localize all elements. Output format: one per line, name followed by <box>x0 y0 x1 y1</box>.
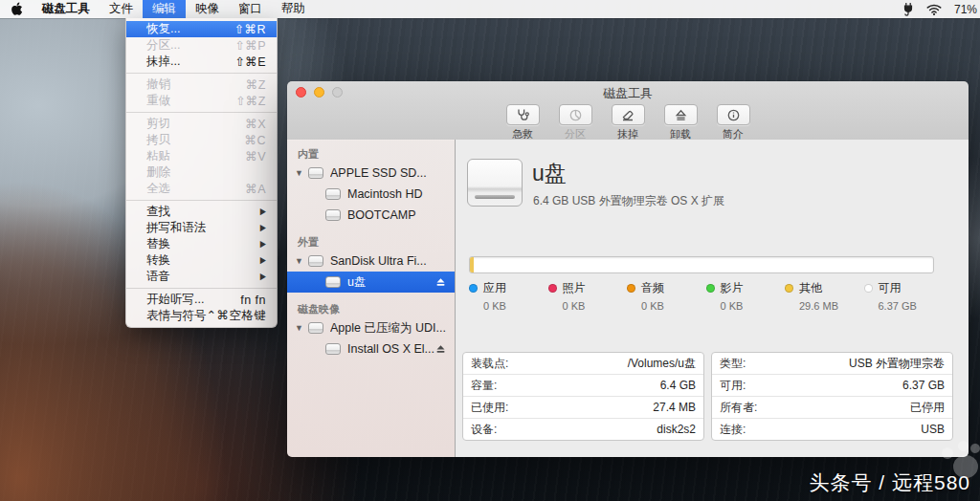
menu-bar-status-area: 71% <box>902 2 980 16</box>
first-aid-button[interactable]: 急救 <box>504 104 541 142</box>
capacity-bar <box>469 256 934 273</box>
sidebar-section-disk-images: 磁盘映像 <box>287 300 455 317</box>
watermark-text: 头条号 / 远程580 <box>809 469 970 496</box>
menu-item-select-all: 全选 ⌘A <box>126 181 277 197</box>
volume-subtitle: 6.4 GB USB 外置物理宗卷 OS X 扩展 <box>533 193 724 209</box>
menu-edit[interactable]: 编辑 <box>143 0 186 18</box>
info-row-capacity: 容量: 6.4 GB <box>463 375 703 397</box>
submenu-arrow-icon: ▶ <box>260 239 266 249</box>
legend-dot <box>785 284 793 293</box>
window-content: 内置 ▼ APPLE SSD SD... Macintosh HD BOOTCA… <box>287 140 969 457</box>
submenu-arrow-icon: ▶ <box>260 207 266 216</box>
legend-free: 可用 6.37 GB <box>864 280 944 312</box>
sidebar-item-install-osx[interactable]: Install OS X El... <box>287 338 455 359</box>
sidebar-item-sandisk[interactable]: ▼ SanDisk Ultra Fi... <box>287 250 455 272</box>
partition-button: 分区 <box>557 104 593 142</box>
disk-utility-window: 磁盘工具 急救 分区 抹掉 卸载 <box>287 81 969 457</box>
info-row-available: 可用: 6.37 GB <box>712 375 952 397</box>
disk-icon <box>308 255 323 267</box>
submenu-arrow-icon: ▶ <box>260 223 266 232</box>
info-button[interactable]: 简介 <box>715 104 751 142</box>
usb-drive-icon <box>467 159 523 207</box>
legend-other: 其他 29.6 MB <box>785 280 864 312</box>
info-row-owners: 所有者: 已停用 <box>712 397 952 419</box>
menu-item-substitutions[interactable]: 替换 ▶ <box>126 236 277 252</box>
wifi-icon[interactable] <box>926 4 942 15</box>
menu-separator <box>126 288 277 289</box>
menu-item-spelling-grammar[interactable]: 拼写和语法 ▶ <box>126 220 277 236</box>
screen: 磁盘工具 文件 编辑 映像 窗口 帮助 71% 恢复... ⇧⌘R 分区... … <box>0 0 980 501</box>
disclosure-triangle-icon[interactable]: ▼ <box>295 168 303 178</box>
pie-chart-icon <box>569 109 582 121</box>
legend-dot <box>864 284 873 293</box>
submenu-arrow-icon: ▶ <box>260 255 266 265</box>
menu-file[interactable]: 文件 <box>100 0 143 18</box>
menu-item-speech[interactable]: 语音 ▶ <box>126 269 277 285</box>
menu-item-cut: 剪切 ⌘X <box>126 116 277 132</box>
disclosure-triangle-icon[interactable]: ▼ <box>295 323 303 333</box>
menu-item-restore[interactable]: 恢复... ⇧⌘R <box>126 21 277 37</box>
info-icon <box>727 109 740 121</box>
menu-item-paste: 粘贴 ⌘V <box>126 148 277 164</box>
menu-item-erase[interactable]: 抹掉... ⇧⌘E <box>126 54 277 70</box>
menu-separator <box>126 73 277 74</box>
menu-item-emoji-symbols[interactable]: 表情与符号 ⌃⌘空格键 <box>126 308 277 324</box>
battery-percentage[interactable]: 71% <box>954 3 977 16</box>
unmount-button[interactable]: 卸载 <box>662 104 699 142</box>
menu-window[interactable]: 窗口 <box>229 0 272 18</box>
info-row-mount-point: 装载点: /Volumes/u盘 <box>463 353 703 375</box>
stethoscope-icon <box>516 108 529 121</box>
sidebar-item-macintosh-hd[interactable]: Macintosh HD <box>287 184 455 205</box>
disclosure-triangle-icon[interactable]: ▼ <box>295 256 303 266</box>
main-panel: u盘 6.4 GB USB 外置物理宗卷 OS X 扩展 应用 0 KB 照片 … <box>456 140 969 457</box>
menu-item-find[interactable]: 查找 ▶ <box>126 204 277 220</box>
usage-legend: 应用 0 KB 照片 0 KB 音频 0 KB 影片 0 KB <box>469 280 943 312</box>
menu-app-name[interactable]: 磁盘工具 <box>33 0 100 18</box>
menu-item-undo: 撤销 ⌘Z <box>126 76 277 93</box>
legend-audio: 音频 0 KB <box>627 280 706 312</box>
legend-dot <box>706 284 715 293</box>
legend-dot <box>627 284 635 293</box>
sidebar-item-apple-ssd[interactable]: ▼ APPLE SSD SD... <box>287 163 455 184</box>
disk-icon <box>308 322 323 334</box>
legend-movies: 影片 0 KB <box>706 280 786 312</box>
submenu-arrow-icon: ▶ <box>260 272 266 281</box>
sidebar-section-external: 外置 <box>287 233 455 250</box>
legend-dot <box>469 284 478 293</box>
eraser-icon <box>621 109 635 121</box>
legend-photos: 照片 0 KB <box>548 280 628 312</box>
eject-icon[interactable] <box>435 344 446 355</box>
sidebar-item-apple-udi[interactable]: ▼ Apple 已压缩为 UDI... <box>287 317 455 338</box>
menu-item-delete: 删除 <box>126 164 277 181</box>
info-table-left: 装载点: /Volumes/u盘 容量: 6.4 GB 已使用: 27.4 MB… <box>462 352 704 441</box>
apple-menu[interactable] <box>0 2 33 16</box>
info-row-connection: 连接: USB <box>712 419 952 440</box>
erase-button[interactable]: 抹掉 <box>610 104 646 142</box>
volume-icon <box>325 209 341 221</box>
volume-title: u盘 <box>532 159 567 188</box>
menu-help[interactable]: 帮助 <box>272 0 315 18</box>
menu-item-start-dictation[interactable]: 开始听写... fn fn <box>126 292 277 308</box>
volume-icon <box>325 188 341 200</box>
window-toolbar: 急救 分区 抹掉 卸载 简介 <box>287 104 969 142</box>
disk-icon <box>308 167 323 179</box>
eject-icon[interactable] <box>435 277 446 288</box>
menu-images[interactable]: 映像 <box>186 0 229 18</box>
capacity-segment-other <box>470 257 474 272</box>
volume-icon <box>325 276 341 288</box>
info-row-used: 已使用: 27.4 MB <box>463 397 703 419</box>
menu-item-transformations[interactable]: 转换 ▶ <box>126 252 277 269</box>
edit-dropdown-menu: 恢复... ⇧⌘R 分区... ⇧⌘P 抹掉... ⇧⌘E 撤销 ⌘Z 重做 ⇧… <box>125 18 278 328</box>
menu-separator <box>126 112 277 113</box>
sidebar-item-usb-volume[interactable]: u盘 <box>287 272 455 293</box>
power-adapter-icon[interactable] <box>902 2 914 16</box>
eject-icon <box>675 109 687 121</box>
info-row-type: 类型: USB 外置物理宗卷 <box>712 353 952 375</box>
window-titlebar[interactable]: 磁盘工具 急救 分区 抹掉 卸载 <box>287 81 969 141</box>
info-table-right: 类型: USB 外置物理宗卷 可用: 6.37 GB 所有者: 已停用 连接: … <box>711 352 953 441</box>
menu-separator <box>126 200 277 201</box>
sidebar-item-bootcamp[interactable]: BOOTCAMP <box>287 205 455 226</box>
apple-icon <box>11 2 23 16</box>
menu-item-redo: 重做 ⇧⌘Z <box>126 93 277 109</box>
sidebar: 内置 ▼ APPLE SSD SD... Macintosh HD BOOTCA… <box>287 140 456 457</box>
